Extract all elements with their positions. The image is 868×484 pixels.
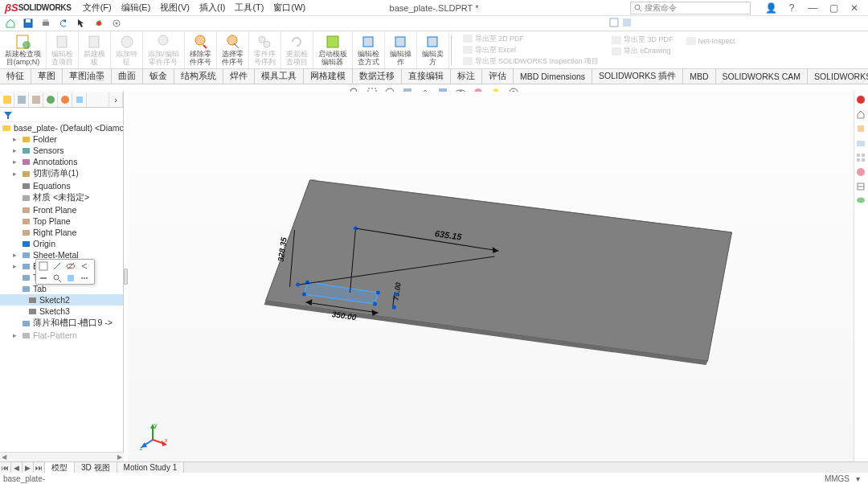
panel-icon-1[interactable] [609,18,619,27]
tab-direct-edit[interactable]: 直接编辑 [402,69,451,84]
ctx-normal-to[interactable] [64,273,77,284]
tree-item-9[interactable]: Origin [0,238,123,249]
tab-cam-tbm[interactable]: SOLIDWORKS CAM TBM [808,69,868,84]
ribbon-edit-vendor[interactable]: 编辑卖 方 [417,31,449,68]
bottom-first-icon[interactable]: ⏮ [0,462,11,473]
ribbon-edit-operation[interactable]: 编辑操 作 [385,31,417,68]
help-icon[interactable]: ? [786,2,797,14]
tree-item-14[interactable]: Sketch2 [0,294,123,306]
net-inspect[interactable]: Net-Inspect [686,37,735,45]
bottom-tab-motion[interactable]: Motion Study 1 [117,462,185,473]
ctx-rollback[interactable] [78,260,91,272]
taskpane-file-explorer-icon[interactable] [856,138,867,150]
graphics-area[interactable]: 635.15 328.35 350.00 75.00 [128,92,854,461]
tree-expand-icon[interactable]: ▸ [10,262,18,270]
menu-insert[interactable]: 插入(I) [199,2,225,14]
tree-item-4[interactable]: Equations [0,180,123,191]
filter-icon[interactable] [3,110,13,120]
menu-file[interactable]: 文件(F) [83,2,112,14]
bottom-prev-icon[interactable]: ◀ [11,462,23,473]
tree-item-0[interactable]: ▸ Folder [0,133,123,145]
rebuild-icon[interactable] [93,18,104,29]
tab-cam[interactable]: SOLIDWORKS CAM [716,69,808,84]
ribbon-template-editor[interactable]: 启动模板 编辑器 [313,31,353,68]
close-icon[interactable]: ✕ [849,2,860,14]
export-edrawing[interactable]: 导出 eDrawing [612,46,674,56]
tree-expand-icon[interactable]: ▸ [10,135,18,143]
tree-expand-icon[interactable]: ▸ [10,251,18,259]
panel-more-tab[interactable]: › [108,92,123,107]
cam-tree-tab[interactable] [72,92,87,107]
undo-icon[interactable] [58,18,69,29]
tab-sketch-ink[interactable]: 草图油墨 [63,69,112,84]
tree-expand-icon[interactable]: ▸ [10,146,18,154]
ctx-edit-feature[interactable] [51,260,63,272]
login-icon[interactable]: 👤 [765,2,776,14]
tree-expand-icon[interactable]: ▸ [10,158,18,166]
panel-icon-2[interactable] [622,18,632,27]
status-arrow-icon[interactable]: ▾ [856,474,860,483]
tree-item-8[interactable]: Right Plane [0,227,123,238]
taskpane-appearances-icon[interactable] [856,167,867,178]
tab-mold[interactable]: 模具工具 [255,69,304,84]
bottom-tab-model[interactable]: 模型 [45,462,75,473]
bottom-last-icon[interactable]: ⏭ [34,462,45,473]
bottom-next-icon[interactable]: ▶ [23,462,34,473]
tab-mbd[interactable]: MBD [683,69,715,84]
export-excel[interactable]: 导出至 Excel [463,45,600,55]
ctx-zoom-to[interactable] [51,273,63,284]
property-manager-tab[interactable] [14,92,29,107]
maximize-icon[interactable]: ▢ [828,2,839,14]
export-3d-pdf[interactable]: 导出至 3D PDF [612,35,674,45]
tab-surfaces[interactable]: 曲面 [112,69,143,84]
tree-item-13[interactable]: Tab [0,283,123,294]
display-manager-tab[interactable] [58,92,72,107]
menu-edit[interactable]: 编辑(E) [121,2,151,14]
tab-sheetmetal[interactable]: 钣金 [143,69,174,84]
config-manager-tab[interactable] [29,92,43,107]
left-panel-hscroll[interactable]: ◀▶ [0,452,124,461]
dimxpert-tab[interactable] [43,92,58,107]
tree-item-15[interactable]: Sketch3 [0,306,123,317]
view-triad[interactable]: y x z [137,420,169,452]
taskpane-design-lib-icon[interactable] [856,124,867,135]
taskpane-resources-icon[interactable] [856,109,867,121]
taskpane-view-palette-icon[interactable] [856,153,867,164]
tree-item-3[interactable]: ▸ 切割清单(1) [0,167,123,180]
tree-item-1[interactable]: ▸ Sensors [0,145,123,156]
minimize-icon[interactable]: — [807,2,818,14]
select-icon[interactable] [76,18,87,29]
export-inspection-project[interactable]: 导出至 SOLIDWORKS Inspection 项目 [463,56,600,67]
tree-item-2[interactable]: ▸ Annotations [0,156,123,167]
menu-window[interactable]: 窗口(W) [273,2,305,14]
bottom-tab-3dview[interactable]: 3D 视图 [75,462,117,473]
ribbon-select-balloon[interactable]: 选择零 件序号 [217,31,249,68]
taskpane-forum-icon[interactable] [856,196,867,207]
options-icon[interactable] [111,18,122,29]
ribbon-remove-balloon[interactable]: 移除零 件序号 [185,31,217,68]
ctx-hide[interactable] [64,260,77,272]
taskpane-home-icon[interactable] [856,95,867,106]
ribbon-edit-method[interactable]: 编辑检 查方式 [353,31,385,68]
tree-item-17[interactable]: ▸ Flat-Pattern [0,330,123,341]
tree-item-5[interactable]: 材质 <未指定> [0,191,123,204]
save-icon[interactable] [23,18,34,29]
tab-mbd-dim[interactable]: MBD Dimensions [514,69,592,84]
tab-addins[interactable]: SOLIDWORKS 插件 [592,69,683,84]
search-commands[interactable]: 搜索命令 [630,2,751,14]
home-icon[interactable] [5,18,16,29]
tab-evaluate[interactable]: 评估 [482,69,514,84]
feature-tree-tab[interactable] [0,92,14,107]
tab-sketch[interactable]: 草图 [31,69,63,84]
tree-expand-icon[interactable]: ▸ [10,331,18,339]
tab-weldments[interactable]: 焊件 [223,69,255,84]
print-icon[interactable] [40,18,51,29]
tree-item-6[interactable]: Front Plane [0,204,123,215]
tab-data-migration[interactable]: 数据迁移 [353,69,402,84]
ribbon-new-inspection[interactable]: 新建检查项 目(amp;N) [0,31,47,68]
menu-view[interactable]: 视图(V) [160,2,190,14]
tab-structure[interactable]: 结构系统 [174,69,223,84]
status-units[interactable]: MMGS [825,474,850,483]
taskpane-custom-props-icon[interactable] [856,182,867,193]
tree-item-16[interactable]: 薄片和槽口-槽口9 -> [0,317,123,330]
